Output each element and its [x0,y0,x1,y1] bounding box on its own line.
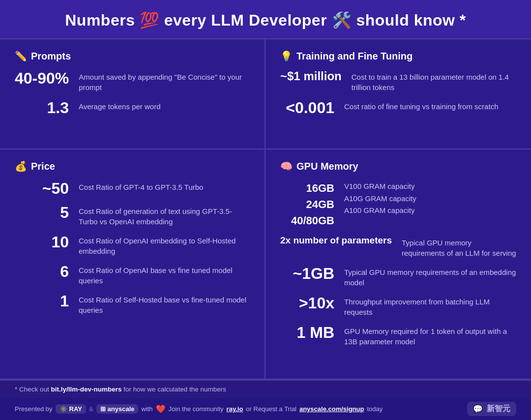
heart-icon: ❤️ [156,404,166,414]
price-header: 💰 Price [15,160,250,172]
footer-bottom-left: Presented by ✳️ RAY & ⊞ anyscale with ❤️… [15,404,383,414]
price-number-3: 10 [15,234,69,251]
footer-note: * Check out bit.ly/llm-dev-numbers for h… [0,380,531,398]
gpu-desc-a100: A100 GRAM capacity [344,204,416,216]
price-desc-2: Cost Ratio of generation of text using G… [79,204,250,227]
wechat-box: 💬 新智元 [467,402,516,416]
gpu-number-4: 1 MB [280,324,334,341]
gpu-desc-4: GPU Memory required for 1 token of outpu… [344,324,516,347]
price-cell: 💰 Price ~50 Cost Ratio of GPT-4 to GPT-3… [0,150,266,380]
training-stat-1: ~$1 million Cost to train a 13 billion p… [280,70,516,92]
anyscale-label: anyscale [108,405,135,413]
gpu-number-2: ~1GB [280,265,334,282]
price-stat-1: ~50 Cost Ratio of GPT-4 to GPT-3.5 Turbo [15,180,250,197]
gpu-desc-v100: V100 GRAM capacity [344,180,416,192]
ray-brand: ✳️ RAY [56,404,86,414]
prompts-header: ✏️ Prompts [15,50,250,62]
price-stat-5: 1 Cost Ratio of Self-Hosted base vs fine… [15,293,250,315]
wechat-label: 新智元 [487,404,510,414]
main-grid: ✏️ Prompts 40-90% Amount saved by append… [0,38,531,380]
anyscale-brand: ⊞ anyscale [96,404,139,414]
trial-label: or Request a Trial [246,405,296,413]
prompts-number-1: 40-90% [15,70,69,87]
gpu-stat-3: >10x Throughput improvement from batchin… [280,295,516,317]
presented-by-label: Presented by [15,405,53,413]
price-desc-4: Cost Ratio of OpenAI base vs fine tuned … [79,263,250,286]
gpu-desc-3: Throughput improvement from batching LLM… [344,295,516,317]
gpu-stat-4: 1 MB GPU Memory required for 1 token of … [280,324,516,347]
prompts-desc-1: Amount saved by appending "Be Concise" t… [79,70,250,92]
price-desc-3: Cost Ratio of OpenAI embedding to Self-H… [79,234,250,256]
ampersand: & [89,405,93,413]
anyscale-icon: ⊞ [100,405,106,413]
page-wrapper: Numbers 💯 every LLM Developer 🛠️ should … [0,0,531,420]
price-number-5: 1 [15,293,69,310]
footer-link[interactable]: bit.ly/llm-dev-numbers [51,386,122,393]
prompts-desc-2: Average tokens per word [79,99,161,112]
gpu-number-16gb: 16GB [280,180,334,196]
price-stat-2: 5 Cost Ratio of generation of text using… [15,204,250,227]
price-stat-3: 10 Cost Ratio of OpenAI embedding to Sel… [15,234,250,256]
price-number-2: 5 [15,204,69,221]
price-stat-4: 6 Cost Ratio of OpenAI base vs fine tune… [15,263,250,286]
training-number-2: <0.001 [280,99,334,117]
signup-link[interactable]: anyscale.com/signup [299,405,364,413]
gpu-multi-numbers: 16GB 24GB 40/80GB [280,180,334,229]
price-number-1: ~50 [15,180,69,197]
training-desc-1: Cost to train a 13 billion parameter mod… [352,70,516,92]
price-number-4: 6 [15,263,69,280]
footer-bottom: Presented by ✳️ RAY & ⊞ anyscale with ❤️… [0,398,531,420]
gpu-stat-2: ~1GB Typical GPU memory requirements of … [280,265,516,288]
gpu-stat-1: 2x number of parameters Typical GPU memo… [280,236,516,258]
gpu-desc-2: Typical GPU memory requirements of an em… [344,265,516,288]
prompts-stat-2: 1.3 Average tokens per word [15,99,250,117]
with-label: with [141,405,152,413]
prompts-stat-1: 40-90% Amount saved by appending "Be Con… [15,70,250,92]
training-header: 💡 Training and Fine Tuning [280,50,516,62]
training-cell: 💡 Training and Fine Tuning ~$1 million C… [266,39,531,150]
gpu-cell: 🧠 GPU Memory 16GB 24GB 40/80GB V100 GRAM… [266,150,531,380]
gpu-number-24gb: 24GB [280,196,334,212]
ray-link[interactable]: ray.io [227,405,243,413]
prompts-cell: ✏️ Prompts 40-90% Amount saved by append… [0,39,266,150]
gpu-desc-1: Typical GPU memory requirements of an LL… [402,236,516,258]
training-stat-2: <0.001 Cost ratio of fine tuning vs trai… [280,99,516,117]
footer-note-after: for how we calculated the numbers [122,386,226,393]
header: Numbers 💯 every LLM Developer 🛠️ should … [0,0,531,38]
ray-label: RAY [69,405,82,413]
gpu-number-1: 2x number of parameters [280,236,392,246]
price-desc-1: Cost Ratio of GPT-4 to GPT-3.5 Turbo [79,180,203,192]
training-icon: 💡 [280,50,293,62]
gpu-icon: 🧠 [280,160,293,172]
page-title: Numbers 💯 every LLM Developer 🛠️ should … [10,11,521,30]
gpu-number-3: >10x [280,295,334,312]
wechat-icon: 💬 [473,404,483,414]
prompts-icon: ✏️ [15,50,27,62]
training-desc-2: Cost ratio of fine tuning vs training fr… [344,99,498,112]
training-number-1: ~$1 million [280,70,342,83]
prompts-number-2: 1.3 [15,99,69,117]
footer-note-text: * Check out [15,386,51,393]
gpu-multi-stat: 16GB 24GB 40/80GB V100 GRAM capacity A10… [280,180,516,229]
join-label: Join the community [169,405,224,413]
price-icon: 💰 [15,160,27,172]
price-desc-5: Cost Ratio of Self-Hosted base vs fine-t… [79,293,250,315]
gpu-multi-descs: V100 GRAM capacity A10G GRAM capacity A1… [344,180,416,216]
gpu-header: 🧠 GPU Memory [280,160,516,172]
gpu-number-80gb: 40/80GB [280,212,334,229]
today-label: today [367,405,383,413]
gpu-desc-a10g: A10G GRAM capacity [344,192,416,205]
ray-icon: ✳️ [59,405,67,413]
